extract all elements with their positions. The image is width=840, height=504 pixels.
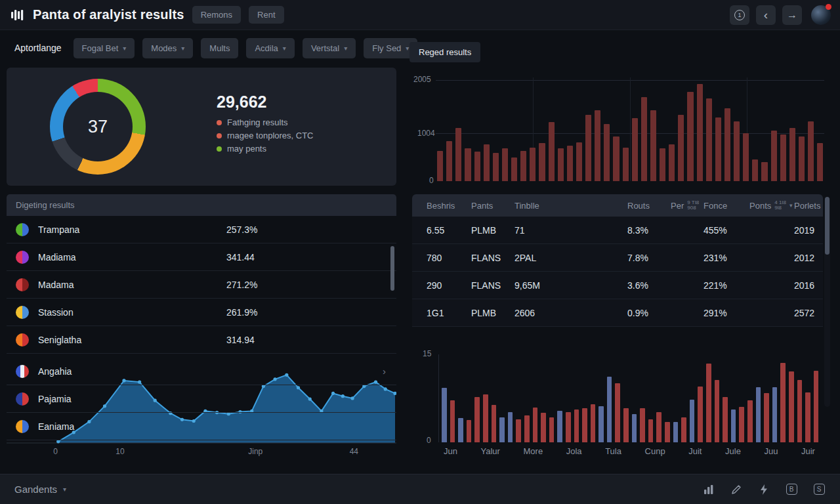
- bottom-chart-bar-2[interactable]: [450, 400, 455, 442]
- top-chart-bar-9[interactable]: [511, 158, 517, 181]
- top-chart-bar-17[interactable]: [585, 115, 591, 181]
- top-chart-bar-19[interactable]: [604, 124, 610, 181]
- badge-b-icon[interactable]: B: [785, 483, 798, 496]
- top-chart-bar-10[interactable]: [520, 151, 526, 181]
- bottom-chart-bar-32[interactable]: [698, 387, 703, 442]
- bottom-chart-bar-26[interactable]: [648, 419, 654, 442]
- bottom-chart-bar-13[interactable]: [541, 413, 546, 442]
- bottom-chart-bar-6[interactable]: [483, 394, 488, 442]
- bottom-chart-bar-43[interactable]: [789, 371, 794, 442]
- table-header-fonce[interactable]: Fonce: [704, 201, 749, 211]
- region-list-item-2[interactable]: Pajamia: [7, 385, 396, 413]
- top-chart-bar-13[interactable]: [549, 122, 555, 181]
- top-chart-bar-7[interactable]: [493, 153, 499, 181]
- top-chart-bar-20[interactable]: [613, 136, 619, 181]
- bottom-chart-bar-27[interactable]: [656, 412, 662, 442]
- results-list-item-1[interactable]: Trampana257.3%: [7, 216, 396, 243]
- bottom-chart-bar-41[interactable]: [772, 387, 778, 442]
- filter-chip-4[interactable]: Acdila▾: [246, 38, 294, 58]
- results-list-item-4[interactable]: Stassion261.9%: [7, 299, 396, 326]
- top-chart-bar-28[interactable]: [687, 92, 693, 181]
- top-chart-bar-5[interactable]: [474, 152, 480, 181]
- top-chart-bar-23[interactable]: [641, 97, 647, 181]
- bottom-chart-bar-21[interactable]: [607, 377, 612, 442]
- top-chart-bar-24[interactable]: [650, 110, 656, 181]
- bottom-chart-bar-7[interactable]: [492, 405, 497, 442]
- bottom-chart-bar-18[interactable]: [582, 408, 587, 442]
- rent-button[interactable]: Rent: [249, 6, 284, 24]
- top-chart-bar-11[interactable]: [530, 148, 536, 181]
- top-chart-bar-42[interactable]: [817, 143, 823, 181]
- results-list-item-3[interactable]: Madama271.2%: [7, 271, 396, 299]
- top-chart-bar-27[interactable]: [678, 115, 684, 181]
- bottom-chart-bar-3[interactable]: [458, 418, 463, 442]
- bottom-chart-bar-10[interactable]: [516, 419, 521, 442]
- table-row-3[interactable]: 290FLANS9,65M3.6%221%2016: [412, 272, 823, 299]
- top-chart-bar-33[interactable]: [734, 121, 740, 181]
- results-list-scrollbar[interactable]: [390, 246, 394, 291]
- bottom-chart-bar-29[interactable]: [673, 422, 679, 442]
- bottom-chart-bar-8[interactable]: [499, 417, 505, 442]
- bottom-chart-bar-36[interactable]: [731, 410, 736, 442]
- top-chart-bar-4[interactable]: [465, 148, 471, 181]
- bottom-chart-bar-15[interactable]: [557, 411, 562, 442]
- back-button[interactable]: ‹: [756, 5, 776, 25]
- top-chart-bar-31[interactable]: [715, 117, 721, 181]
- top-chart-bar-34[interactable]: [743, 133, 749, 181]
- bottom-chart-bar-39[interactable]: [756, 387, 761, 442]
- top-chart-bar-38[interactable]: [780, 135, 786, 181]
- top-chart-bar-21[interactable]: [623, 148, 629, 181]
- bottom-chart-bar-33[interactable]: [706, 364, 711, 442]
- user-avatar[interactable]: [811, 5, 831, 25]
- table-row-1[interactable]: 6.55PLMB718.3%455%2019: [412, 217, 823, 244]
- top-chart-bar-36[interactable]: [761, 162, 767, 181]
- forward-button[interactable]: →: [782, 5, 802, 25]
- top-chart-bar-25[interactable]: [660, 148, 665, 181]
- bottom-chart-bar-23[interactable]: [623, 408, 629, 442]
- bottom-chart-bar-14[interactable]: [549, 417, 555, 442]
- top-chart-bar-3[interactable]: [455, 128, 461, 181]
- bottom-chart-bar-35[interactable]: [723, 397, 728, 442]
- bottom-chart-bar-37[interactable]: [739, 407, 744, 442]
- top-chart-bar-40[interactable]: [799, 136, 805, 181]
- top-chart-bar-35[interactable]: [752, 159, 758, 181]
- bottom-chart-bar-5[interactable]: [474, 397, 480, 442]
- bottom-chart-bar-28[interactable]: [665, 422, 670, 442]
- history-button[interactable]: 1: [730, 5, 749, 25]
- bottom-chart-bar-9[interactable]: [508, 412, 513, 442]
- table-header-routs[interactable]: Routs: [627, 201, 671, 211]
- bottom-chart-bar-20[interactable]: [598, 406, 604, 442]
- table-header-pants[interactable]: Pants: [471, 201, 514, 211]
- filter-chip-1[interactable]: Fogal Bet▾: [74, 38, 135, 58]
- top-chart-bar-30[interactable]: [706, 98, 712, 181]
- filter-chip-3[interactable]: Mults: [201, 38, 238, 58]
- top-chart-bar-32[interactable]: [724, 108, 730, 181]
- bottom-chart-bar-1[interactable]: [442, 388, 447, 442]
- bottom-chart-bar-46[interactable]: [814, 371, 819, 442]
- bottom-chart-bar-31[interactable]: [690, 400, 695, 442]
- top-chart-bar-14[interactable]: [558, 148, 564, 181]
- bottom-chart-bar-34[interactable]: [715, 380, 720, 442]
- bottom-chart-bar-16[interactable]: [566, 412, 571, 442]
- bar-chart-icon[interactable]: [702, 483, 715, 496]
- bottom-chart-bar-12[interactable]: [533, 408, 538, 442]
- top-chart-bar-22[interactable]: [632, 118, 638, 181]
- top-chart-bar-6[interactable]: [484, 144, 490, 181]
- bottom-chart-bar-19[interactable]: [591, 404, 596, 442]
- bottom-chart-bar-17[interactable]: [574, 410, 579, 442]
- bottom-chart-bar-30[interactable]: [681, 417, 686, 442]
- top-chart-bar-37[interactable]: [771, 131, 777, 181]
- bottom-chart-bar-38[interactable]: [747, 400, 753, 442]
- table-header-per[interactable]: Per9 TI8908: [671, 200, 704, 211]
- footer-dropdown[interactable]: Gandents ▾: [14, 484, 66, 495]
- table-header-ponts[interactable]: Ponts4 1I89l8▾: [749, 200, 794, 211]
- table-header-porlets[interactable]: Porlets: [794, 201, 837, 211]
- reged-results-tab[interactable]: Reged results: [410, 42, 480, 62]
- top-chart-bar-39[interactable]: [789, 128, 795, 181]
- table-row-2[interactable]: 780FLANS2PAL7.8%231%2012: [412, 244, 823, 272]
- bottom-chart-bar-40[interactable]: [764, 393, 769, 442]
- results-list-item-5[interactable]: Seniglatha314.94: [7, 326, 396, 354]
- filter-chip-2[interactable]: Modes▾: [142, 38, 193, 58]
- remons-button[interactable]: Remons: [192, 6, 241, 24]
- badge-s-icon[interactable]: S: [812, 483, 826, 496]
